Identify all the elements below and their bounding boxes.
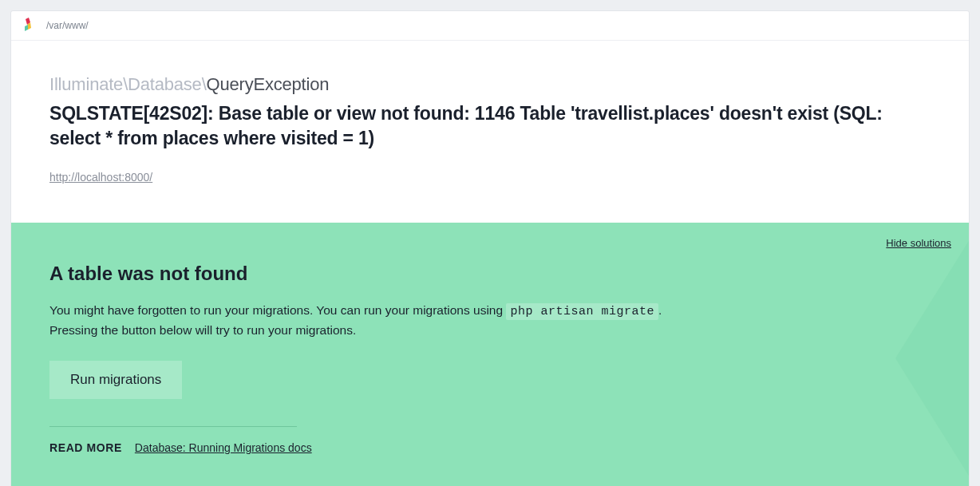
error-card: /var/www/ Illuminate\Database\QueryExcep… [10, 10, 970, 486]
project-path: /var/www/ [46, 20, 89, 31]
run-migrations-button[interactable]: Run migrations [49, 361, 182, 399]
solution-body: You might have forgotten to run your mig… [49, 301, 931, 340]
error-message: SQLSTATE[42S02]: Base table or view not … [49, 101, 931, 151]
solution-body-text-1: You might have forgotten to run your mig… [49, 303, 506, 317]
solution-panel: Hide solutions A table was not found You… [11, 223, 969, 486]
top-bar: /var/www/ [11, 11, 969, 41]
hide-solutions-link[interactable]: Hide solutions [886, 237, 951, 249]
solution-divider [49, 426, 297, 427]
solution-body-line2: Pressing the button below will try to ru… [49, 323, 356, 337]
solution-body-text-2: . [658, 303, 662, 317]
read-more-row: READ MORE Database: Running Migrations d… [49, 441, 931, 454]
migrations-docs-link[interactable]: Database: Running Migrations docs [135, 441, 312, 454]
exception-namespace-line: Illuminate\Database\QueryException [49, 74, 931, 95]
solution-title: A table was not found [49, 263, 931, 285]
exception-class: QueryException [207, 74, 330, 94]
read-more-label: READ MORE [49, 441, 122, 454]
exception-header: Illuminate\Database\QueryException SQLST… [11, 41, 969, 223]
migrate-command-code: php artisan migrate [506, 303, 658, 320]
request-url-link[interactable]: http://localhost:8000/ [49, 171, 152, 184]
ignition-logo-icon [22, 18, 35, 34]
decorative-arrow [895, 231, 969, 486]
exception-namespace: Illuminate\Database\ [49, 74, 207, 94]
